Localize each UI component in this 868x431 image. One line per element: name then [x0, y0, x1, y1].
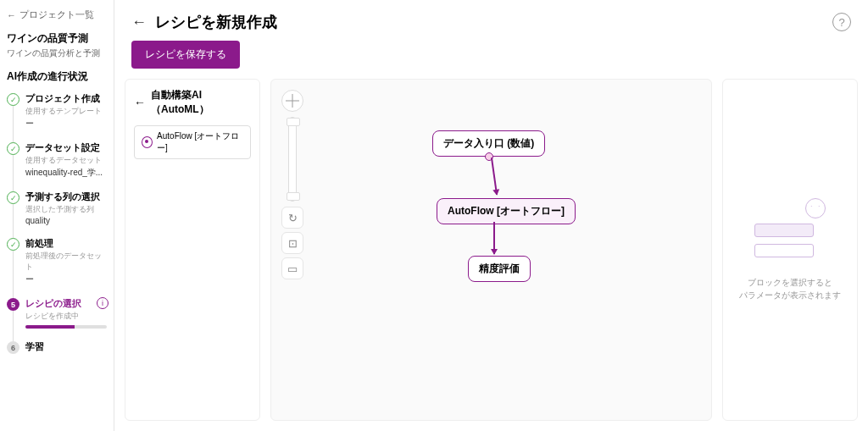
node-autoflow[interactable]: AutoFlow [オートフロー]: [437, 198, 576, 224]
step-target-column[interactable]: ✓ 予測する列の選択 選択した予測する列 quality: [7, 191, 107, 225]
arrow-left-icon: ←: [7, 10, 16, 20]
arrow-left-icon[interactable]: ←: [134, 96, 146, 109]
step-project-create[interactable]: ✓ プロジェクト作成 使用するテンプレート ー: [7, 92, 107, 130]
step-val: ー: [25, 118, 107, 130]
help-icon[interactable]: ?: [832, 13, 851, 31]
step-desc: 使用するテンプレート: [25, 106, 107, 117]
back-to-projects[interactable]: ← プロジェクト一覧: [7, 8, 107, 21]
step-train[interactable]: 6 学習: [7, 340, 107, 353]
step-preprocess[interactable]: ✓ 前処理 前処理後のデータセット ー: [7, 237, 107, 285]
progress-bar: [25, 325, 107, 329]
node-data-input[interactable]: データ入り口 (数値): [432, 130, 545, 157]
check-icon: ✓: [7, 93, 19, 106]
page-title: レシピを新規作成: [155, 12, 824, 32]
step-number-icon: 6: [7, 341, 19, 354]
block-palette: ← 自動構築AI（AutoML） AutoFlow [オートフロー]: [125, 79, 260, 421]
check-icon: ✓: [7, 191, 19, 204]
recipe-canvas[interactable]: ↻ ⊡ ▭ データ入り口 (数値) AutoFlow [オートフロー] 精度評価: [270, 79, 712, 421]
step-val: ー: [25, 274, 107, 285]
step-desc: 選択した予測する列: [25, 204, 107, 215]
info-icon[interactable]: i: [97, 297, 108, 309]
step-dataset[interactable]: ✓ データセット設定 使用するデータセット winequality-red_学.…: [7, 141, 107, 179]
step-desc: 前処理後のデータセット: [25, 251, 107, 273]
zoom-slider[interactable]: [288, 117, 297, 202]
check-icon: ✓: [7, 238, 19, 251]
step-recipe[interactable]: 5 i レシピの選択 レシピを作成中: [7, 297, 107, 329]
autoflow-icon: [142, 136, 153, 148]
step-val: quality: [25, 216, 107, 225]
hint-line2: パラメータが表示されます: [739, 289, 841, 301]
pan-control[interactable]: [281, 90, 303, 112]
save-recipe-button[interactable]: レシピを保存する: [131, 41, 240, 69]
edge: [491, 157, 498, 195]
step-label: 前処理: [25, 237, 107, 250]
step-label: プロジェクト作成: [25, 92, 107, 105]
fit-view-icon[interactable]: ⊡: [281, 232, 303, 254]
step-val: winequality-red_学...: [25, 167, 107, 179]
step-number-icon: 5: [7, 298, 19, 311]
select-icon[interactable]: ▭: [281, 257, 303, 279]
hint-line1: ブロックを選択すると: [739, 276, 841, 289]
palette-title: 自動構築AI（AutoML）: [151, 88, 251, 117]
progress-title: AI作成の進行状況: [7, 69, 107, 84]
step-label: 学習: [25, 340, 107, 353]
check-icon: ✓: [7, 142, 19, 155]
step-label: データセット設定: [25, 141, 107, 154]
project-subtitle: ワインの品質分析と予測: [7, 47, 107, 59]
edge: [493, 222, 495, 254]
block-autoflow[interactable]: AutoFlow [オートフロー]: [134, 125, 251, 159]
arrow-left-icon[interactable]: ←: [131, 14, 147, 31]
project-title: ワインの品質予測: [7, 31, 107, 46]
placeholder-illustration: [748, 198, 832, 266]
refresh-icon[interactable]: ↻: [281, 207, 303, 229]
params-panel: ブロックを選択すると パラメータが表示されます: [722, 79, 858, 421]
step-desc: 使用するデータセット: [25, 155, 107, 166]
block-label: AutoFlow [オートフロー]: [157, 130, 243, 154]
step-label: 予測する列の選択: [25, 191, 107, 203]
node-evaluation[interactable]: 精度評価: [468, 256, 531, 282]
back-label: プロジェクト一覧: [19, 8, 94, 21]
steps-list: ✓ プロジェクト作成 使用するテンプレート ー ✓ データセット設定 使用するデ…: [7, 92, 107, 353]
step-desc: レシピを作成中: [25, 311, 107, 322]
step-label: レシピの選択: [25, 297, 107, 310]
